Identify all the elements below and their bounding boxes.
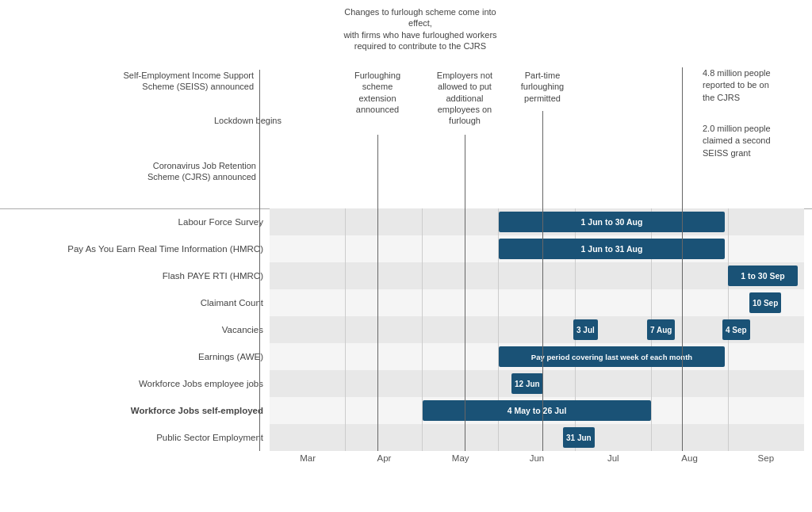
flash-paye-bar: 1 to 30 Sep [728,266,798,286]
vacancies-point-1: 3 Jul [573,319,598,340]
employers-not-annotation: Employers not allowed to put additional … [430,70,500,126]
axis-labels: Mar Apr May Jun Jul Aug Sep [270,453,804,463]
paye-bar: 1 Jun to 31 Aug [499,239,725,259]
left-ann-line [259,70,260,208]
row-label-vacancies: Vacancies [0,316,270,343]
axis-jun: Jun [499,453,575,463]
cjrs-annotation: Coronavirus Job RetentionScheme (CJRS) a… [86,160,256,183]
wj-self-bar: 4 May to 26 Jul [423,400,651,421]
right-ann-1: 4.8 million peoplereported to be onthe C… [703,67,806,104]
grid-row-3: 1 to 30 Sep [270,262,804,289]
grid-row-4: 10 Sep [270,289,804,316]
seiss-annotation: Self-Employment Income SupportScheme (SE… [103,70,254,93]
employers-chart-line [465,208,465,451]
axis-may: May [423,453,499,463]
earnings-bar: Pay period covering last week of each mo… [499,346,725,367]
lockdown-annotation: Lockdown begins [178,115,282,126]
axis-apr: Apr [346,453,422,463]
grid-row-1: 1 Jun to 30 Aug [270,208,804,235]
wj-employee-point: 12 Jun [511,373,543,394]
parttime-chart-line [542,208,543,451]
vacancies-point-3: 4 Sep [722,319,750,340]
grid-row-8: 4 May to 26 Jul [270,397,804,424]
grid-row-6: Pay period covering last week of each mo… [270,343,804,370]
row-label-public: Public Sector Employment [0,424,270,451]
grid-row-5: 3 Jul 7 Aug 4 Sep [270,316,804,343]
furlough-ext-annotation: Furloughing scheme extension announced [346,70,409,115]
row-label-earnings: Earnings (AWE) [0,343,270,370]
right-ann-line [682,67,683,208]
row-label-flash: Flash PAYE RTI (HMRC) [0,262,270,289]
grid-row-2: 1 Jun to 31 Aug [270,235,804,262]
axis-mar: Mar [270,453,346,463]
furlough-ext-chart-line [377,208,378,451]
part-time-line [542,111,543,208]
lfs-bar: 1 Jun to 30 Aug [499,212,725,232]
cjrs-chart-line [259,208,260,451]
vacancies-point-2: 7 Aug [647,319,675,340]
furlough-ext-line [377,135,378,208]
grid-row-7: 12 Jun [270,370,804,397]
row-label-claimant: Claimant Count [0,289,270,316]
chart-container: Changes to furlough scheme come into eff… [0,0,812,512]
right-ann-2: 2.0 million peopleclaimed a secondSEISS … [703,123,806,159]
axis-sep: Sep [728,453,804,463]
changes-annotation: Changes to furlough scheme come into eff… [341,6,500,52]
claimant-point: 10 Sep [749,292,781,313]
row-label-paye: Pay As You Earn Real Time Information (H… [0,235,270,262]
row-label-wj-employee: Workforce Jobs employee jobs [0,370,270,397]
public-point: 31 Jun [563,427,595,448]
axis-aug: Aug [651,453,727,463]
employers-not-line [465,135,465,208]
grid-row-9: 31 Jun [270,424,804,451]
part-time-annotation: Part-time furloughing permitted [508,70,577,104]
axis-jul: Jul [575,453,651,463]
right-chart-line [682,208,683,451]
row-label-wj-self: Workforce Jobs self-employed [0,397,270,424]
row-label-lfs: Labour Force Survey [0,208,270,235]
